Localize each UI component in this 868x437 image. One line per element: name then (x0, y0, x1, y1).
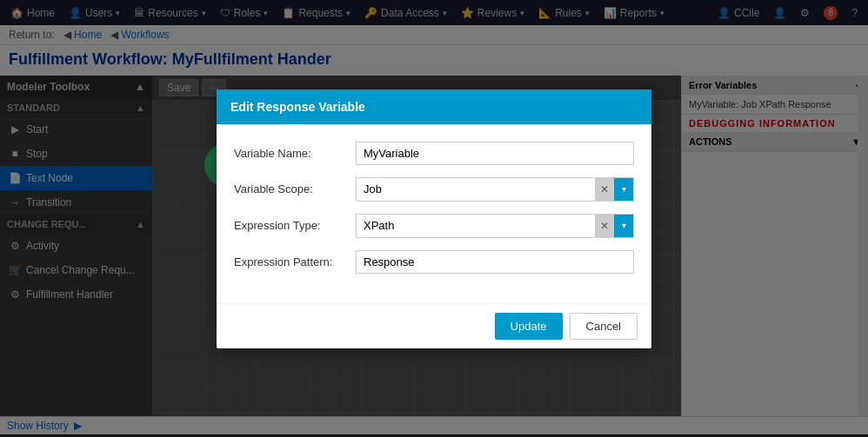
expression-type-clear-button[interactable]: ✕ (595, 215, 614, 237)
modal-header: Edit Response Variable (217, 89, 651, 124)
variable-name-label: Variable Name: (234, 147, 356, 160)
variable-scope-value: Job (357, 178, 595, 200)
variable-scope-dropdown-button[interactable]: ▾ (614, 178, 633, 201)
modal-footer: Update Cancel (217, 303, 651, 348)
expression-type-select[interactable]: XPath ✕ ▾ (356, 214, 634, 238)
edit-response-variable-modal: Edit Response Variable Variable Name: Va… (217, 89, 651, 348)
modal-body: Variable Name: Variable Scope: Job ✕ ▾ E… (217, 124, 651, 303)
modal-overlay: Edit Response Variable Variable Name: Va… (0, 0, 868, 437)
expression-type-label: Expression Type: (234, 219, 356, 232)
expression-type-row: Expression Type: XPath ✕ ▾ (234, 214, 634, 238)
expression-type-value: XPath (357, 215, 595, 236)
expression-pattern-label: Expression Pattern: (234, 255, 356, 268)
variable-scope-select[interactable]: Job ✕ ▾ (356, 177, 634, 202)
update-button[interactable]: Update (495, 313, 563, 340)
variable-scope-row: Variable Scope: Job ✕ ▾ (234, 177, 634, 202)
expression-pattern-input[interactable] (356, 250, 634, 274)
modal-title: Edit Response Variable (230, 100, 365, 114)
variable-scope-label: Variable Scope: (234, 182, 356, 195)
variable-name-input[interactable] (356, 142, 634, 165)
variable-scope-clear-button[interactable]: ✕ (595, 178, 614, 201)
expression-pattern-row: Expression Pattern: (234, 250, 634, 274)
variable-name-row: Variable Name: (234, 142, 634, 165)
cancel-button[interactable]: Cancel (570, 313, 638, 340)
expression-type-dropdown-button[interactable]: ▾ (614, 215, 633, 237)
